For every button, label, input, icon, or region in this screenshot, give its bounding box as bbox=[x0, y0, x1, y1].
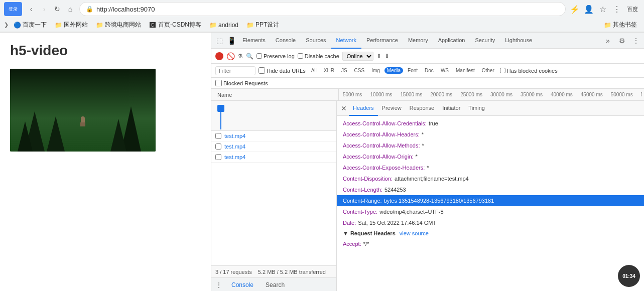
bookmark-ppt[interactable]: 📁 PPT设计 bbox=[243, 20, 282, 30]
request-headers-section[interactable]: ▼ Request Headers view source bbox=[337, 228, 644, 238]
header-row-1: Access-Control-Allow-Headers: * bbox=[337, 129, 644, 140]
preserve-log-checkbox[interactable]: Preserve log bbox=[256, 53, 295, 59]
address-text: http://localhost:9070 bbox=[96, 6, 155, 13]
more-tabs-button[interactable]: » bbox=[602, 35, 614, 47]
file-item-2[interactable]: test.mp4 bbox=[211, 141, 336, 152]
file-checkbox-3[interactable] bbox=[215, 154, 221, 160]
home-button[interactable]: ⌂ bbox=[64, 3, 76, 15]
bookmark-guowai[interactable]: 📁 国外网站 bbox=[52, 20, 91, 30]
upload-icon[interactable]: ⬆ bbox=[376, 53, 381, 60]
filter-css[interactable]: CSS bbox=[352, 67, 367, 74]
tab-console[interactable]: Console bbox=[271, 33, 301, 49]
file-checkbox-1[interactable] bbox=[215, 133, 221, 139]
header-row-0: Access-Control-Allow-Credentials: true bbox=[337, 118, 644, 129]
tab-memory[interactable]: Memory bbox=[403, 33, 433, 49]
file-item-1[interactable]: test.mp4 bbox=[211, 131, 336, 141]
view-source-link[interactable]: view source bbox=[400, 230, 429, 236]
more-button[interactable]: ⋮ bbox=[611, 3, 623, 15]
filter-js[interactable]: JS bbox=[339, 67, 350, 74]
filter-img[interactable]: Img bbox=[369, 67, 382, 74]
bookmark-star[interactable]: ☆ bbox=[597, 3, 609, 15]
hide-data-urls-input[interactable] bbox=[259, 67, 265, 74]
bookmark-kuajing[interactable]: 📁 跨境电商网站 bbox=[93, 20, 144, 30]
filter-font[interactable]: Font bbox=[405, 67, 420, 74]
filter-xhr[interactable]: XHR bbox=[321, 67, 337, 74]
disable-cache-checkbox[interactable]: Disable cache bbox=[298, 53, 339, 59]
waterfall-mini bbox=[211, 101, 336, 131]
tab-elements[interactable]: Elements bbox=[237, 33, 271, 49]
bookmark-others[interactable]: 📁 其他书签 bbox=[601, 20, 640, 30]
login-button[interactable]: 登录 bbox=[4, 2, 22, 16]
disable-cache-input[interactable] bbox=[298, 53, 303, 59]
preserve-log-input[interactable] bbox=[256, 53, 262, 59]
file-name-1: test.mp4 bbox=[224, 133, 245, 139]
bookmark-csdn[interactable]: 🅲 首页-CSDN博客 bbox=[146, 20, 204, 30]
bookmarks-bar: ❯ 🔵 百度一下 📁 国外网站 📁 跨境电商网站 🅲 首页-CSDN博客 📁 a… bbox=[0, 18, 644, 32]
timeline-45000: 45000 ms bbox=[577, 92, 607, 97]
timeline-5000: 5000 ms bbox=[339, 92, 366, 97]
file-checkbox-2[interactable] bbox=[215, 143, 221, 150]
forward-button[interactable]: › bbox=[38, 3, 50, 15]
detail-tab-timing[interactable]: Timing bbox=[464, 101, 489, 116]
header-value-2: * bbox=[422, 141, 424, 150]
search-button[interactable]: 🔍 bbox=[246, 53, 253, 60]
console-tab[interactable]: Console bbox=[228, 280, 256, 289]
blocked-requests-input[interactable] bbox=[215, 80, 222, 86]
address-bar[interactable]: 🔒 http://localhost:9070 bbox=[79, 2, 566, 16]
detail-tab-preview[interactable]: Preview bbox=[378, 101, 406, 116]
header-value-1: * bbox=[422, 130, 424, 139]
has-blocked-cookies-checkbox[interactable]: Has blocked cookies bbox=[500, 68, 558, 74]
detail-tab-response[interactable]: Response bbox=[406, 101, 439, 116]
tab-sources[interactable]: Sources bbox=[301, 33, 331, 49]
bookmark-baidu-icon: 🔵 bbox=[14, 22, 21, 29]
inspect-element-button[interactable]: ⬚ bbox=[213, 35, 225, 47]
filter-manifest[interactable]: Manifest bbox=[453, 67, 477, 74]
video-player[interactable] bbox=[10, 69, 156, 152]
detail-tab-initiator[interactable]: Initiator bbox=[438, 101, 464, 116]
has-blocked-cookies-input[interactable] bbox=[500, 68, 505, 73]
close-details-button[interactable]: ✕ bbox=[339, 103, 349, 113]
console-menu-button[interactable]: ⋮ bbox=[215, 281, 222, 289]
accept-header-value: */* bbox=[363, 239, 369, 248]
device-toolbar-button[interactable]: 📱 bbox=[225, 35, 237, 47]
tab-performance[interactable]: Performance bbox=[361, 33, 403, 49]
filter-ws[interactable]: WS bbox=[438, 67, 451, 74]
clear-button[interactable]: 🚫 bbox=[226, 52, 234, 60]
timeline-20000: 20000 ms bbox=[426, 92, 456, 97]
bookmark-android[interactable]: 📁 andriod bbox=[206, 21, 241, 30]
filter-all[interactable]: All bbox=[309, 67, 319, 74]
header-key-7: Content-Range: bbox=[343, 196, 382, 205]
filter-input[interactable] bbox=[215, 66, 255, 75]
tab-network[interactable]: Network bbox=[331, 33, 361, 49]
filter-other[interactable]: Other bbox=[479, 67, 497, 74]
extensions-button[interactable]: ⚡ bbox=[569, 3, 581, 15]
hide-data-urls-checkbox[interactable]: Hide data URLs bbox=[259, 67, 306, 74]
bookmarks-expand[interactable]: ❯ bbox=[4, 22, 9, 28]
header-key-3: Access-Control-Allow-Origin: bbox=[343, 152, 414, 161]
tab-lighthouse[interactable]: Lighthouse bbox=[500, 33, 537, 49]
main-layout: h5-video bbox=[0, 33, 644, 291]
detail-tab-headers[interactable]: Headers bbox=[349, 101, 378, 116]
search-tab[interactable]: Search bbox=[263, 280, 288, 289]
filter-media[interactable]: Media bbox=[384, 67, 403, 74]
back-button[interactable]: ‹ bbox=[25, 3, 37, 15]
filter-icon[interactable]: ⚗ bbox=[237, 53, 243, 60]
devtools-menu-button[interactable]: ⋮ bbox=[630, 35, 642, 47]
file-item-3[interactable]: test.mp4 bbox=[211, 152, 336, 163]
devtools-settings-button[interactable]: ⚙ bbox=[616, 35, 628, 47]
download-icon[interactable]: ⬇ bbox=[384, 53, 390, 60]
header-row-5: Content-Disposition: attachment;filename… bbox=[337, 173, 644, 184]
tab-security[interactable]: Security bbox=[470, 33, 500, 49]
baidu-link[interactable]: 百度 bbox=[625, 6, 640, 13]
refresh-button[interactable]: ↻ bbox=[51, 3, 63, 15]
header-row-3: Access-Control-Allow-Origin: * bbox=[337, 151, 644, 162]
name-column-header: Name bbox=[213, 89, 339, 100]
profile-button[interactable]: 👤 bbox=[583, 3, 595, 15]
throttle-select[interactable]: Online bbox=[342, 52, 373, 61]
timeline-header: Name 5000 ms 10000 ms 15000 ms 20000 ms … bbox=[211, 89, 644, 101]
tab-application[interactable]: Application bbox=[433, 33, 470, 49]
bookmark-baidu[interactable]: 🔵 百度一下 bbox=[11, 20, 50, 30]
filter-doc[interactable]: Doc bbox=[422, 67, 436, 74]
blocked-requests-checkbox[interactable]: Blocked Requests bbox=[215, 80, 268, 86]
record-button[interactable] bbox=[215, 52, 223, 60]
